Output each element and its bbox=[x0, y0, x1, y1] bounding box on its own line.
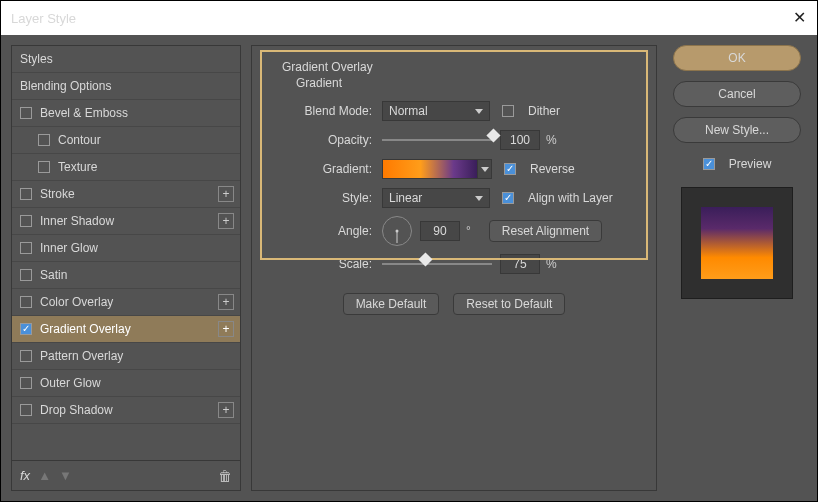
scale-input[interactable]: 75 bbox=[500, 254, 540, 274]
style-select[interactable]: Linear bbox=[382, 188, 490, 208]
checkbox-icon[interactable] bbox=[20, 404, 32, 416]
checkbox-icon[interactable] bbox=[38, 161, 50, 173]
window-title: Layer Style bbox=[11, 11, 76, 26]
sidebar-item-satin[interactable]: Satin bbox=[12, 262, 240, 289]
opacity-label: Opacity: bbox=[272, 133, 382, 147]
opacity-slider[interactable] bbox=[382, 131, 492, 149]
checkbox-icon[interactable] bbox=[20, 242, 32, 254]
blend-mode-select[interactable]: Normal bbox=[382, 101, 490, 121]
sidebar-item-gradient-overlay[interactable]: Gradient Overlay+ bbox=[12, 316, 240, 343]
reverse-label: Reverse bbox=[530, 162, 575, 176]
gradient-swatch[interactable] bbox=[382, 159, 478, 179]
checkbox-icon[interactable] bbox=[20, 296, 32, 308]
checkbox-icon[interactable] bbox=[20, 269, 32, 281]
preview-thumbnail bbox=[681, 187, 793, 299]
blend-mode-label: Blend Mode: bbox=[272, 104, 382, 118]
ok-button[interactable]: OK bbox=[673, 45, 801, 71]
angle-dial[interactable] bbox=[382, 216, 412, 246]
sidebar-item-drop-shadow[interactable]: Drop Shadow+ bbox=[12, 397, 240, 424]
preview-checkbox[interactable] bbox=[703, 158, 715, 170]
sidebar-item-inner-shadow[interactable]: Inner Shadow+ bbox=[12, 208, 240, 235]
sidebar-styles-header[interactable]: Styles bbox=[12, 46, 240, 73]
scale-slider[interactable] bbox=[382, 255, 492, 273]
sidebar-item-pattern-overlay[interactable]: Pattern Overlay bbox=[12, 343, 240, 370]
make-default-button[interactable]: Make Default bbox=[343, 293, 440, 315]
checkbox-icon[interactable] bbox=[20, 377, 32, 389]
panel-section-title: Gradient Overlay bbox=[282, 60, 636, 74]
fx-menu-icon[interactable]: fx bbox=[20, 468, 30, 483]
dither-label: Dither bbox=[528, 104, 560, 118]
opacity-input[interactable]: 100 bbox=[500, 130, 540, 150]
titlebar: Layer Style ✕ bbox=[1, 1, 817, 35]
layer-style-dialog: Layer Style ✕ Styles Blending Options Be… bbox=[0, 0, 818, 502]
cancel-button[interactable]: Cancel bbox=[673, 81, 801, 107]
preview-gradient bbox=[701, 207, 773, 279]
sidebar-footer: fx ▲ ▼ 🗑 bbox=[12, 460, 240, 490]
reset-alignment-button[interactable]: Reset Alignment bbox=[489, 220, 602, 242]
sidebar-item-stroke[interactable]: Stroke+ bbox=[12, 181, 240, 208]
checkbox-icon[interactable] bbox=[20, 107, 32, 119]
arrow-up-icon[interactable]: ▲ bbox=[38, 468, 51, 483]
align-label: Align with Layer bbox=[528, 191, 613, 205]
angle-unit: ° bbox=[466, 224, 471, 238]
sidebar-item-contour[interactable]: Contour bbox=[12, 127, 240, 154]
checkbox-icon[interactable] bbox=[38, 134, 50, 146]
checkbox-icon[interactable] bbox=[20, 215, 32, 227]
add-icon[interactable]: + bbox=[218, 402, 234, 418]
right-buttons: OK Cancel New Style... Preview bbox=[667, 45, 807, 491]
checkbox-icon[interactable] bbox=[20, 350, 32, 362]
close-icon[interactable]: ✕ bbox=[791, 10, 807, 26]
angle-input[interactable]: 90 bbox=[420, 221, 460, 241]
gradient-label: Gradient: bbox=[272, 162, 382, 176]
align-checkbox[interactable] bbox=[502, 192, 514, 204]
preview-label: Preview bbox=[729, 157, 772, 171]
panel-subsection-title: Gradient bbox=[296, 76, 636, 90]
add-icon[interactable]: + bbox=[218, 321, 234, 337]
scale-unit: % bbox=[546, 257, 557, 271]
arrow-down-icon[interactable]: ▼ bbox=[59, 468, 72, 483]
scale-label: Scale: bbox=[272, 257, 382, 271]
sidebar-item-color-overlay[interactable]: Color Overlay+ bbox=[12, 289, 240, 316]
settings-panel: Gradient Overlay Gradient Blend Mode: No… bbox=[251, 45, 657, 491]
sidebar-item-outer-glow[interactable]: Outer Glow bbox=[12, 370, 240, 397]
sidebar-blending-options[interactable]: Blending Options bbox=[12, 73, 240, 100]
sidebar-item-bevel-emboss[interactable]: Bevel & Emboss bbox=[12, 100, 240, 127]
add-icon[interactable]: + bbox=[218, 186, 234, 202]
sidebar-item-inner-glow[interactable]: Inner Glow bbox=[12, 235, 240, 262]
opacity-unit: % bbox=[546, 133, 557, 147]
reverse-checkbox[interactable] bbox=[504, 163, 516, 175]
trash-icon[interactable]: 🗑 bbox=[218, 468, 232, 484]
checkbox-icon[interactable] bbox=[20, 188, 32, 200]
add-icon[interactable]: + bbox=[218, 294, 234, 310]
add-icon[interactable]: + bbox=[218, 213, 234, 229]
checkbox-icon[interactable] bbox=[20, 323, 32, 335]
gradient-dropdown-icon[interactable] bbox=[478, 159, 492, 179]
sidebar-item-texture[interactable]: Texture bbox=[12, 154, 240, 181]
dither-checkbox[interactable] bbox=[502, 105, 514, 117]
angle-label: Angle: bbox=[272, 224, 382, 238]
styles-sidebar: Styles Blending Options Bevel & Emboss C… bbox=[11, 45, 241, 491]
new-style-button[interactable]: New Style... bbox=[673, 117, 801, 143]
style-label: Style: bbox=[272, 191, 382, 205]
reset-default-button[interactable]: Reset to Default bbox=[453, 293, 565, 315]
